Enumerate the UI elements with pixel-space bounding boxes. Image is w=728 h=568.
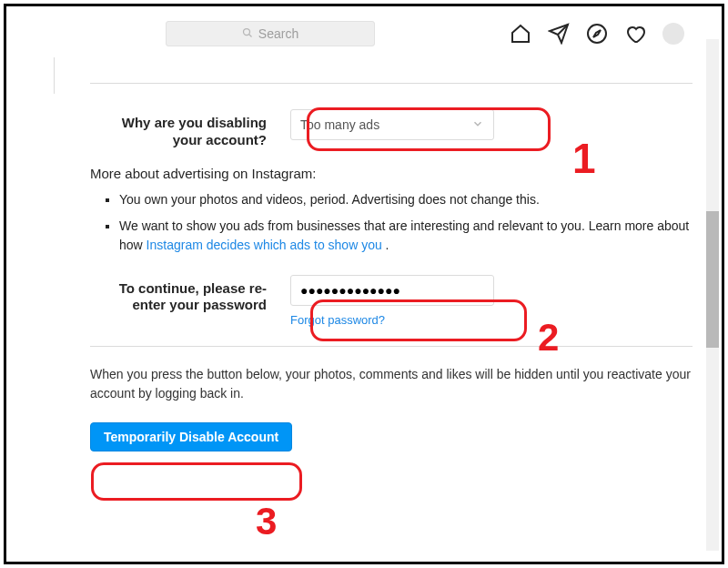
search-placeholder: Search [258,26,298,41]
list-item: You own your photos and videos, period. … [119,190,693,209]
reason-selected-value: Too many ads [300,117,379,132]
chevron-down-icon [471,117,484,133]
disable-account-panel: Why are you disabling your account? Too … [90,56,693,451]
home-icon[interactable] [510,23,531,45]
temporarily-disable-button[interactable]: Temporarily Disable Account [90,422,292,451]
avatar[interactable] [662,23,684,45]
compass-icon[interactable] [586,23,608,45]
avatar-icon [662,23,684,45]
svg-point-0 [243,29,249,36]
password-input[interactable] [290,275,494,306]
ads-heading: More about advertising on Instagram: [90,166,693,181]
top-bar: Search [6,6,706,56]
reason-select[interactable]: Too many ads [290,109,494,140]
password-label: To continue, please re-enter your passwo… [90,280,290,315]
separator [90,346,693,347]
reason-label: Why are you disabling your account? [90,115,290,149]
svg-marker-4 [593,30,601,37]
list-item: We want to show you ads from businesses … [119,217,693,255]
reason-row: Why are you disabling your account? Too … [90,109,693,149]
separator [90,83,693,84]
content: Why are you disabling your account? Too … [54,56,693,547]
settings-sidebar-edge [54,57,55,94]
scrollbar-thumb[interactable] [706,211,719,348]
search-input[interactable]: Search [166,21,375,46]
disable-explainer: When you press the button below, your ph… [90,365,693,404]
forgot-password-link[interactable]: Forgot password? [290,313,385,327]
ads-bullet-list: You own your photos and videos, period. … [119,190,693,255]
page-frame: Search Why are y [4,4,724,564]
heart-icon[interactable] [624,23,646,45]
ads-learn-more-link[interactable]: Instagram decides which ads to show you [147,238,382,252]
password-row: To continue, please re-enter your passwo… [90,275,693,328]
nav-icons [510,19,684,48]
bullet-text: You own your photos and videos, period. … [119,192,540,207]
svg-line-1 [248,35,251,37]
paper-plane-icon[interactable] [548,23,570,45]
bullet-text-tail: . [382,238,389,252]
search-icon [242,26,253,41]
svg-point-3 [588,25,606,43]
